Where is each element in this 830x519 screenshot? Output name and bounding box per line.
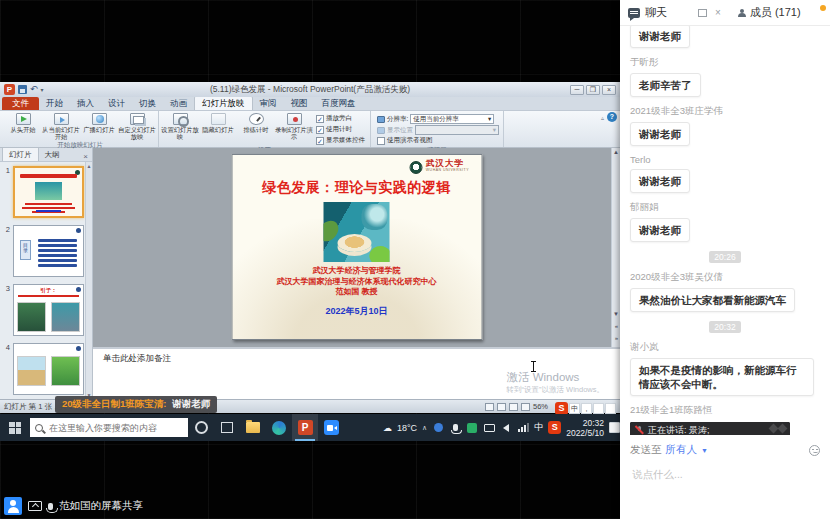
send-to-label: 发送至 (630, 443, 662, 457)
tray-app-icon[interactable] (432, 422, 444, 434)
start-button[interactable] (0, 414, 30, 441)
notes-pane[interactable]: 单击此处添加备注 激活 Windows 转到“设置”以激活 Windows。 (93, 347, 620, 399)
slide-canvas[interactable]: 武汉大学 WUHAN UNIVERSITY 绿色发展：理论与实践的逻辑 武汉大学… (231, 154, 482, 340)
thumbnail-row-3[interactable]: 3 引子： (2, 284, 84, 336)
tray-display-icon[interactable] (483, 422, 495, 434)
tab-design[interactable]: 设计 (101, 97, 132, 110)
mini-logo-icon (76, 346, 81, 351)
setup-slideshow-button[interactable]: 设置幻灯片放映 (161, 112, 199, 140)
title-bar[interactable]: P ↶ ▾ (5.11)绿色发展 - Microsoft PowerPoint(… (0, 82, 620, 97)
from-beginning-button[interactable]: 从头开始 (4, 112, 42, 133)
thumbnails-scrollbar[interactable] (85, 162, 92, 399)
weather-temperature[interactable]: 18°C (397, 423, 417, 433)
slide-thumbnail-4[interactable] (13, 343, 84, 395)
slides-tab[interactable]: 幻灯片 (2, 147, 39, 161)
cortana-button[interactable] (188, 414, 214, 441)
close-chat-icon[interactable]: × (715, 8, 721, 18)
tab-baidu-netdisk[interactable]: 百度网盘 (315, 97, 363, 110)
chat-message: 于昕彤 老师辛苦了 (630, 56, 820, 97)
use-timings-checkbox[interactable]: 使用计时 (316, 125, 365, 134)
quick-access-dropdown-icon[interactable]: ▾ (41, 86, 44, 93)
emoji-icon[interactable] (809, 445, 820, 456)
editor-scrollbar[interactable]: ▲▼ « » (611, 148, 620, 347)
mic-input-icon[interactable] (593, 403, 604, 414)
resolution-dropdown[interactable]: 使用当前分辨率▾ (410, 114, 494, 124)
input-language-indicator[interactable]: 中 (534, 421, 543, 434)
chat-input[interactable] (630, 467, 820, 481)
hidden-icons-chevron[interactable]: ∧ (422, 424, 427, 432)
task-view-button[interactable] (214, 414, 240, 441)
presenter-avatar-icon[interactable] (4, 497, 22, 515)
slide-thumbnail-1[interactable] (13, 166, 84, 218)
play-narration-checkbox[interactable]: 播放旁白 (316, 114, 365, 123)
checkbox-icon (377, 137, 385, 145)
powerpoint-taskbar-button[interactable]: P (292, 414, 318, 441)
tab-transitions[interactable]: 切换 (132, 97, 163, 110)
tab-insert[interactable]: 插入 (70, 97, 101, 110)
slide-thumbnail-2[interactable]: 目录 (13, 225, 84, 277)
normal-view-icon[interactable] (485, 403, 494, 411)
presenter-view-checkbox[interactable]: 使用演示者视图 (377, 136, 499, 145)
file-explorer-button[interactable] (240, 414, 266, 441)
send-to-selector[interactable]: 所有人 (666, 443, 698, 457)
input-mode-icon[interactable]: 中 (569, 403, 580, 414)
taskbar-search[interactable] (30, 418, 188, 437)
edge-button[interactable] (266, 414, 292, 441)
chat-tab[interactable]: 聊天 (645, 5, 667, 20)
tab-view[interactable]: 视图 (284, 97, 315, 110)
tab-animations[interactable]: 动画 (163, 97, 194, 110)
notification-area-icon[interactable] (609, 422, 620, 433)
undo-icon[interactable]: ↶ (30, 85, 38, 94)
slideshow-view-icon[interactable] (521, 403, 530, 411)
sender-name: 2020级非全3班吴仪倩 (630, 271, 820, 284)
broadcast-slideshow-button[interactable]: 广播幻灯片 (80, 112, 118, 133)
members-tab[interactable]: 成员 (171) (738, 5, 801, 20)
reading-view-icon[interactable] (509, 403, 518, 411)
rehearse-timings-button[interactable]: 排练计时 (237, 112, 275, 133)
speaker-video-tile[interactable]: 正在讲话: 景涛; 景涛 (630, 422, 790, 435)
restore-button[interactable]: ❒ (586, 85, 600, 95)
slide-thumbnail-3[interactable]: 引子： (13, 284, 84, 336)
tray-network-icon[interactable] (517, 422, 529, 434)
save-icon[interactable] (18, 85, 27, 94)
chevron-down-icon[interactable]: ▼ (701, 447, 708, 454)
thumbnail-row-1[interactable]: 1 (2, 166, 84, 218)
record-slideshow-button[interactable]: 录制幻灯片演示 (275, 112, 313, 140)
hide-slide-button[interactable]: 隐藏幻灯片 (199, 112, 237, 133)
tray-green-app-icon[interactable] (466, 422, 478, 434)
custom-slideshow-button[interactable]: 自定义幻灯片放映 (118, 112, 156, 140)
university-emblem-icon (410, 161, 423, 174)
show-on-icon (377, 127, 385, 134)
taskbar-clock[interactable]: 20:32 2022/5/10 (566, 418, 604, 438)
tab-home[interactable]: 开始 (39, 97, 70, 110)
collapse-ribbon-icon[interactable]: ▵ (601, 114, 604, 121)
powerpoint-logo-icon[interactable]: P (4, 84, 15, 95)
zoom-level[interactable]: 56% (533, 402, 548, 411)
meeting-app-button[interactable] (318, 414, 344, 441)
thumbnail-row-2[interactable]: 2 目录 (2, 225, 84, 277)
close-button[interactable]: × (602, 85, 616, 95)
slide-number: 2 (2, 225, 10, 277)
outline-tab[interactable]: 大纲 (39, 148, 66, 161)
from-current-slide-button[interactable]: 从当前幻灯片开始 (42, 112, 80, 140)
popout-icon[interactable] (698, 9, 707, 17)
tray-volume-icon[interactable] (500, 422, 512, 434)
minimize-button[interactable]: ─ (570, 85, 584, 95)
close-panel-icon[interactable]: × (79, 152, 92, 161)
tab-review[interactable]: 审阅 (253, 97, 284, 110)
thumbnail-row-4[interactable]: 4 (2, 343, 84, 395)
weather-cloud-icon[interactable]: ☁ (383, 423, 392, 433)
keyboard-icon[interactable] (605, 403, 616, 414)
sender-name: Terlo (630, 154, 820, 165)
show-media-controls-checkbox[interactable]: 显示媒体控件 (316, 136, 365, 145)
chat-message-list[interactable]: 谢谢老师 于昕彤 老师辛苦了 2021级非全3班庄学伟 谢谢老师 Terlo 谢… (620, 26, 830, 435)
tray-mic-icon[interactable] (449, 422, 461, 434)
tab-slideshow[interactable]: 幻灯片放映 (194, 96, 253, 110)
slide-author: 范如国 教授 (232, 287, 481, 298)
slide-sorter-icon[interactable] (497, 403, 506, 411)
help-icon[interactable]: ? (607, 112, 617, 122)
tab-file[interactable]: 文件 (2, 97, 39, 110)
sogou-tray-icon[interactable]: S (548, 421, 561, 434)
punctuation-icon[interactable]: , (581, 403, 592, 414)
search-input[interactable] (47, 422, 167, 434)
